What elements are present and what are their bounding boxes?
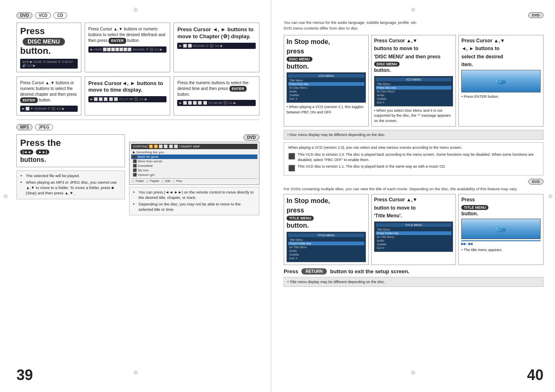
right-section2: In Stop mode, press TITLE MENU button. T…: [284, 194, 543, 265]
page-left: ⊕ ⊕ ⊕ DVD VCD CD Press DISC MENU button.…: [0, 0, 271, 392]
disc-note-box: You can press |◄◄ ►►| on the remote cont…: [129, 187, 259, 215]
player-info-6: ▶ ⬜ ⬜ ⬜ ⬜ ⬜ ⏱1:30:00 ⬛ 1/1 ▶: [179, 101, 236, 105]
dolphin-image2: [461, 219, 541, 239]
player-info-1: DVD ▶ 01/05 ⏱ 00/040 ⏱ 0:00:57 🔊 1/1 ▶: [22, 60, 76, 67]
s2-col3-text: Press the numeric buttons to select the …: [177, 80, 256, 98]
rs2c1-header: TITLE MENU: [288, 233, 364, 237]
bullet-symbol2: ⬛: [288, 164, 295, 173]
rs2c2-m5: Subtitle: [376, 242, 452, 246]
info-box-bullets: ⬛ This VCD disc is version 2.0. The disc…: [288, 152, 539, 163]
rc1-menu-1: Title Menu: [288, 78, 364, 82]
page-right: ⊕ ⊕ ⊕ DVD You can use the menus for the …: [271, 0, 555, 392]
crosshair-bottom-right: ⊕: [411, 369, 416, 376]
bullet-symbol: ⬛: [288, 152, 295, 161]
col3-text: Press Cursor ◄, ► buttons to move to Cha…: [177, 26, 256, 40]
fb-item-6: ⬛ Heaven girl: [131, 173, 257, 177]
player-info-2: ▶ 03/05 ⬜⬜⬜⬜⬜⬜⬜ 001/040 ⏱ ⬛ 1/1 ▶: [90, 48, 163, 51]
divider-1: [16, 120, 259, 120]
disc-note-1: You can press |◄◄ ►►| on the remote cont…: [139, 189, 256, 201]
rs2c2-title3: 'Title Menu'.: [374, 213, 453, 219]
dolphin-svg2: [493, 223, 509, 235]
badge-dvd-small: DVD: [243, 134, 259, 141]
rc2-menu-2: Press Disc key: [376, 86, 452, 90]
rc2-menu-1: Title Menu: [376, 82, 452, 86]
badge-row-1: DVD VCD CD: [16, 12, 259, 18]
rs2c3-title2: button.: [461, 211, 541, 217]
badge-vcd: VCD: [35, 12, 51, 18]
crosshair-left: ⊕: [3, 193, 8, 199]
rc2-title1: Press Cursor ▲,▼: [374, 38, 453, 44]
next-btn: ►►|: [36, 150, 49, 154]
disc-note-2: Depending on the disc, you may not be ab…: [139, 201, 256, 212]
page-number-left: 39: [16, 367, 33, 384]
rc3-note: • Press ENTER button.: [461, 94, 541, 99]
s2-col3-btn: ENTER: [229, 86, 247, 92]
note-item-2: When playing an MP3 or JPEG disc, you ca…: [26, 180, 121, 196]
rs2c1-m2: Press Folder key: [288, 242, 364, 245]
player-info-5: ▶ ⬜ ⬜ ⬜ ⬜ ⬜ ⏱1:17:30 ⬛ 1/1 ▶: [90, 97, 147, 101]
rc3-title1: Press Cursor ▲,▼: [461, 38, 541, 44]
file-browser: SORTING 🔀 🔀 ⬜ ⬜ ⬜ ⬜ +SMART MAP ▶ Somethi…: [129, 142, 259, 185]
s2-col1-text: Press Cursor ▲,▼ buttons or numeric butt…: [20, 80, 78, 104]
info-line-1: This VCD disc is version 2.0. The disc i…: [298, 152, 539, 163]
rs2-col2: Press Cursor ▲,▼ button to move to 'Titl…: [371, 194, 456, 265]
rs2c3-title1: Press: [461, 197, 541, 203]
rs2c2-screen: TITLE MENU Title Menu Press Folder key f…: [374, 221, 453, 252]
rc1-title2: press: [287, 47, 366, 55]
rs2c1-title1: In Stop mode,: [287, 197, 366, 205]
section2-intro: For DVDs containing multiple titles, you…: [284, 186, 543, 191]
fb-item-5: ⬛ My boo: [131, 168, 257, 173]
rs2c3-btn: TITLE MENU: [461, 205, 488, 210]
rs2-col3: Press TITLE MENU button. ▶▶ ◀◀ • T: [458, 194, 543, 265]
section2-col1: Press Cursor ▲,▼ buttons or numeric butt…: [16, 76, 81, 116]
rs2c2-m4: Audio: [376, 239, 452, 242]
section3-main: Press the |◄◄ ►►| buttons. The selected …: [16, 134, 259, 215]
right-col3: Press Cursor ▲,▼ ◄, ► buttons to select …: [458, 35, 543, 127]
fb-item-1: ▶ Something like you: [131, 150, 257, 154]
note-stripe-1: • Disc menu display may be different dep…: [284, 130, 543, 140]
note-item-1: The selected file will be played.: [26, 173, 121, 178]
section2-col3: Press the numeric buttons to select the …: [173, 76, 259, 116]
badge-dvd-right: DVD: [528, 12, 543, 18]
badge-dvd-2: DVD: [528, 179, 543, 184]
rs2c1-m5: Subtitle: [288, 253, 364, 256]
player-bar-1: DVD ▶ 01/05 ⏱ 00/040 ⏱ 0:00:57 🔊 1/1 ▶: [20, 59, 78, 69]
rs2c1-exit: Exit ✕: [288, 256, 364, 261]
rs2c2-m3: for Title Menu: [376, 235, 452, 239]
fb-footer: ⬜ Folder⬜ Playlist⬜ Edit⬜ Prev: [131, 178, 257, 183]
press-buttons-area: Press the |◄◄ ►►| buttons. The selected …: [16, 134, 125, 215]
badge-cd: CD: [53, 12, 67, 18]
rc2-note: • When you select Disc Menu and it is no…: [374, 108, 453, 124]
info-line-2: This VCD disc is version 1.1. The disc i…: [298, 164, 446, 170]
rs2c3-note: • The title menu appears.: [461, 247, 541, 253]
rs2c2-m2: Press Folder key: [376, 231, 452, 235]
rs2c1-title3: button.: [287, 221, 366, 229]
badge-row-2: MP3 JPEG: [16, 124, 259, 130]
crosshair-right-edge: ⊕: [548, 193, 553, 199]
info-box-intro: When playing a VCD (version 2.0), you ca…: [288, 145, 539, 151]
dvd-badge2: DVD: [284, 179, 543, 184]
rc1-note: • When playing a VCD (version 2.), this …: [287, 104, 366, 115]
dvd-badge-right: DVD: [284, 12, 543, 18]
rc2-disc-btn: DISC MENU: [374, 62, 400, 67]
player-info-3: ▶ ⬜ ⬜ 001/040 ⏱ ⬛ 1/1 ▶: [179, 44, 223, 48]
right-col1: In Stop mode, press DISC MENU button. VC…: [284, 35, 369, 127]
press-subtitle: buttons.: [20, 156, 121, 164]
rs2c1-m1: Title Menu: [288, 238, 364, 242]
rc1-menu-exit: Exit ✕: [288, 97, 364, 101]
fb-item-3: ⬛ More than words: [131, 159, 257, 164]
rs2c1-btn: TITLE MENU: [287, 216, 314, 221]
section-row-1: Press DISC MENU button. DVD ▶ 01/05 ⏱ 00…: [16, 23, 259, 72]
dolphin-image: [461, 70, 541, 92]
rc3-title2: ◄, ► buttons to: [461, 46, 541, 52]
rc1-menu-3: for Disc Menu: [288, 86, 364, 90]
note-stripe-2: • Title menu display may be different de…: [284, 277, 543, 287]
section-row-2: Press Cursor ▲,▼ buttons or numeric butt…: [16, 76, 259, 116]
rs2-col1: In Stop mode, press TITLE MENU button. T…: [284, 194, 369, 265]
s2-col2-text: Press Cursor◄, ► buttons to move to time…: [88, 80, 167, 94]
svg-point-2: [496, 81, 497, 81]
rs2c1-screen: TITLE MENU Title Menu Press Folder key f…: [287, 232, 366, 262]
rs2c3-footer-bar: ▶▶ ◀◀: [461, 240, 541, 246]
player-info-4: ▶ ⬜ ✦ 025/040 ⏱ ⬛ 1/1 ▶: [22, 107, 65, 111]
crosshair-bottom: ⊕: [133, 369, 138, 376]
